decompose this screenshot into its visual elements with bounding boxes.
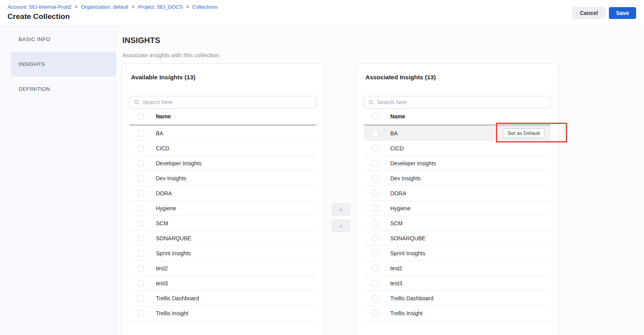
insight-row[interactable]: test2 bbox=[364, 261, 551, 276]
available-search-input[interactable] bbox=[142, 99, 312, 105]
available-panel-title: Available Insights (13) bbox=[131, 73, 316, 81]
insight-row[interactable]: Dev Insights bbox=[129, 171, 316, 186]
associated-panel-title: Associated Insights (13) bbox=[365, 73, 551, 81]
row-checkbox[interactable] bbox=[372, 130, 378, 137]
row-checkbox[interactable] bbox=[138, 175, 144, 182]
insight-name: CICD bbox=[390, 145, 404, 152]
sidebar-nav: BASIC INFOINSIGHTSDEFINITION bbox=[0, 26, 116, 335]
row-checkbox[interactable] bbox=[372, 175, 378, 182]
insight-row[interactable]: BASet as Default bbox=[364, 126, 551, 141]
row-checkbox[interactable] bbox=[372, 190, 378, 197]
sidebar-item-insights[interactable]: INSIGHTS bbox=[11, 52, 116, 77]
insight-name: Sprint Insights bbox=[390, 250, 425, 256]
insight-row[interactable]: Trellis Insight bbox=[129, 306, 316, 321]
insight-row[interactable]: Dev Insights bbox=[364, 171, 551, 186]
insight-row[interactable]: test2 bbox=[129, 261, 316, 276]
insight-name: Trellis Dashboard bbox=[390, 295, 433, 301]
row-checkbox[interactable] bbox=[138, 190, 144, 197]
insight-row[interactable]: SCM bbox=[364, 216, 551, 231]
insight-row[interactable]: SCM bbox=[129, 216, 316, 231]
sidebar-item-basic-info[interactable]: BASIC INFO bbox=[11, 27, 116, 52]
row-checkbox[interactable] bbox=[372, 220, 378, 226]
search-icon bbox=[368, 99, 374, 105]
insight-row[interactable]: Sprint Insights bbox=[364, 246, 551, 261]
row-checkbox[interactable] bbox=[138, 250, 144, 256]
row-checkbox[interactable] bbox=[138, 145, 144, 152]
insight-name: Trellis Dashboard bbox=[156, 295, 199, 301]
breadcrumb: Account: SEI-Internal-Prod2>Organization… bbox=[7, 4, 217, 10]
insight-name: Hygiene bbox=[156, 205, 176, 211]
insight-row[interactable]: Developer Insights bbox=[129, 156, 316, 171]
insight-name: DORA bbox=[390, 190, 406, 197]
name-column-header: Name bbox=[156, 113, 171, 120]
breadcrumb-separator-icon: > bbox=[186, 3, 189, 11]
row-checkbox[interactable] bbox=[138, 160, 144, 167]
insight-row[interactable]: SONARQUBE bbox=[129, 231, 316, 246]
row-checkbox[interactable] bbox=[138, 310, 144, 316]
row-checkbox[interactable] bbox=[372, 265, 378, 271]
breadcrumb-link[interactable]: Account: SEI-Internal-Prod2 bbox=[7, 4, 71, 10]
insight-row[interactable]: CICD bbox=[364, 141, 551, 156]
insight-row[interactable]: BA bbox=[129, 126, 316, 141]
insight-name: CICD bbox=[156, 145, 169, 152]
row-checkbox[interactable] bbox=[372, 160, 378, 167]
move-right-button[interactable]: > bbox=[332, 204, 350, 215]
section-subheading: Associate insights with this collection. bbox=[122, 52, 221, 58]
row-checkbox[interactable] bbox=[138, 130, 144, 137]
insight-row[interactable]: Hygiene bbox=[364, 201, 551, 216]
insight-row[interactable]: CICD bbox=[129, 141, 316, 156]
associated-searchbox bbox=[364, 96, 551, 109]
insight-name: SONARQUBE bbox=[156, 235, 191, 241]
row-checkbox[interactable] bbox=[138, 220, 144, 226]
breadcrumb-link[interactable]: Collections bbox=[193, 4, 218, 10]
row-checkbox[interactable] bbox=[372, 145, 378, 152]
breadcrumb-link[interactable]: Organization: default bbox=[81, 4, 128, 10]
row-checkbox[interactable] bbox=[138, 205, 144, 211]
insight-row[interactable]: DORA bbox=[129, 186, 316, 201]
cancel-button[interactable]: Cancel bbox=[572, 7, 605, 19]
row-checkbox[interactable] bbox=[372, 235, 378, 241]
insight-name: BA bbox=[390, 130, 398, 137]
insight-name: SONARQUBE bbox=[390, 235, 425, 241]
breadcrumb-link[interactable]: Project: SEI_DOCS bbox=[138, 4, 183, 10]
available-table-header: Name bbox=[129, 109, 316, 124]
insight-name: test3 bbox=[156, 280, 168, 286]
select-all-checkbox[interactable] bbox=[138, 113, 144, 120]
insight-row[interactable]: Developer Insights bbox=[364, 156, 551, 171]
insight-name: test2 bbox=[156, 265, 168, 271]
page-title: Create Collection bbox=[7, 12, 217, 21]
row-checkbox[interactable] bbox=[372, 205, 378, 211]
available-insights-panel: Available Insights (13) Name BACICDDevel… bbox=[122, 64, 324, 335]
insight-name: DORA bbox=[156, 190, 172, 197]
select-all-checkbox[interactable] bbox=[372, 113, 378, 120]
row-checkbox[interactable] bbox=[372, 310, 378, 316]
row-checkbox[interactable] bbox=[138, 265, 144, 271]
insight-row[interactable]: Trellis Dashboard bbox=[129, 291, 316, 306]
insight-row[interactable]: Trellis Dashboard bbox=[364, 291, 551, 306]
insight-name: Developer Insights bbox=[390, 160, 436, 167]
insight-row[interactable]: Sprint Insights bbox=[129, 246, 316, 261]
sidebar-item-definition[interactable]: DEFINITION bbox=[11, 77, 116, 101]
row-checkbox[interactable] bbox=[372, 280, 378, 286]
row-checkbox[interactable] bbox=[138, 295, 144, 301]
insight-row[interactable]: DORA bbox=[364, 186, 551, 201]
insight-row[interactable]: test3 bbox=[129, 276, 316, 291]
row-checkbox[interactable] bbox=[372, 295, 378, 301]
associated-search-input[interactable] bbox=[377, 99, 547, 105]
associated-insights-panel: Associated Insights (13) Name BASet as D… bbox=[356, 64, 559, 335]
row-checkbox[interactable] bbox=[138, 280, 144, 286]
search-icon bbox=[134, 99, 140, 105]
insight-row[interactable]: SONARQUBE bbox=[364, 231, 551, 246]
insight-row[interactable]: Hygiene bbox=[129, 201, 316, 216]
set-as-default-button[interactable]: Set as Default bbox=[503, 128, 545, 138]
move-left-button[interactable]: < bbox=[332, 220, 350, 232]
insight-name: SCM bbox=[156, 220, 168, 226]
row-checkbox[interactable] bbox=[138, 235, 144, 241]
save-button[interactable]: Save bbox=[609, 7, 636, 19]
breadcrumb-separator-icon: > bbox=[132, 3, 134, 11]
insight-name: BA bbox=[156, 130, 163, 137]
insight-row[interactable]: Trellis Insight bbox=[364, 306, 551, 321]
insight-row[interactable]: test3 bbox=[364, 276, 551, 291]
associated-table-header: Name bbox=[364, 109, 551, 124]
row-checkbox[interactable] bbox=[372, 250, 378, 256]
